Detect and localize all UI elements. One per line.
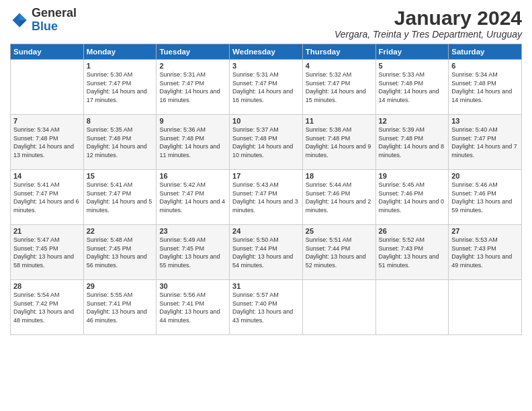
day-info: Sunrise: 5:47 AM Sunset: 7:45 PM Dayligh…	[13, 236, 81, 269]
day-cell: 7Sunrise: 5:34 AM Sunset: 7:48 PM Daylig…	[11, 115, 84, 170]
day-info: Sunrise: 5:30 AM Sunset: 7:47 PM Dayligh…	[87, 71, 154, 104]
day-cell: 20Sunrise: 5:46 AM Sunset: 7:46 PM Dayli…	[449, 170, 522, 225]
day-number: 2	[159, 62, 226, 70]
day-cell	[375, 280, 449, 335]
day-number: 22	[87, 227, 154, 235]
col-monday: Monday	[83, 44, 157, 60]
logo-general: General	[32, 6, 77, 19]
day-info: Sunrise: 5:34 AM Sunset: 7:48 PM Dayligh…	[451, 71, 519, 104]
day-info: Sunrise: 5:38 AM Sunset: 7:48 PM Dayligh…	[306, 126, 373, 159]
page-header: General Blue January 2024 Vergara, Trein…	[10, 7, 522, 40]
col-thursday: Thursday	[302, 44, 375, 60]
week-row-2: 7Sunrise: 5:34 AM Sunset: 7:48 PM Daylig…	[11, 115, 522, 170]
day-number: 23	[159, 227, 226, 235]
day-cell: 28Sunrise: 5:54 AM Sunset: 7:42 PM Dayli…	[11, 280, 84, 335]
day-cell: 25Sunrise: 5:51 AM Sunset: 7:44 PM Dayli…	[302, 225, 375, 280]
day-number: 17	[232, 172, 300, 180]
day-info: Sunrise: 5:53 AM Sunset: 7:43 PM Dayligh…	[451, 236, 519, 269]
day-number: 16	[159, 172, 226, 180]
day-info: Sunrise: 5:31 AM Sunset: 7:47 PM Dayligh…	[232, 71, 300, 104]
day-number: 31	[232, 282, 300, 290]
day-number: 29	[87, 282, 154, 290]
week-row-4: 21Sunrise: 5:47 AM Sunset: 7:45 PM Dayli…	[11, 225, 522, 280]
day-number: 8	[87, 117, 154, 125]
day-number: 30	[159, 282, 226, 290]
day-info: Sunrise: 5:52 AM Sunset: 7:43 PM Dayligh…	[379, 236, 446, 269]
day-cell: 4Sunrise: 5:32 AM Sunset: 7:47 PM Daylig…	[302, 60, 375, 115]
day-cell	[302, 280, 375, 335]
logo-text: General Blue	[32, 7, 77, 34]
day-info: Sunrise: 5:41 AM Sunset: 7:47 PM Dayligh…	[13, 181, 81, 214]
day-cell: 2Sunrise: 5:31 AM Sunset: 7:47 PM Daylig…	[157, 60, 230, 115]
day-cell	[11, 60, 84, 115]
day-info: Sunrise: 5:33 AM Sunset: 7:48 PM Dayligh…	[379, 71, 446, 104]
day-info: Sunrise: 5:37 AM Sunset: 7:48 PM Dayligh…	[232, 126, 300, 159]
day-cell: 8Sunrise: 5:35 AM Sunset: 7:48 PM Daylig…	[83, 115, 157, 170]
day-number: 12	[379, 117, 446, 125]
day-number: 15	[87, 172, 154, 180]
day-cell: 12Sunrise: 5:39 AM Sunset: 7:48 PM Dayli…	[375, 115, 449, 170]
day-number: 24	[232, 227, 300, 235]
week-row-5: 28Sunrise: 5:54 AM Sunset: 7:42 PM Dayli…	[11, 280, 522, 335]
day-cell: 22Sunrise: 5:48 AM Sunset: 7:45 PM Dayli…	[83, 225, 157, 280]
day-cell: 16Sunrise: 5:42 AM Sunset: 7:47 PM Dayli…	[157, 170, 230, 225]
day-cell: 5Sunrise: 5:33 AM Sunset: 7:48 PM Daylig…	[375, 60, 449, 115]
day-info: Sunrise: 5:35 AM Sunset: 7:48 PM Dayligh…	[87, 126, 154, 159]
day-cell: 31Sunrise: 5:57 AM Sunset: 7:40 PM Dayli…	[230, 280, 303, 335]
day-info: Sunrise: 5:55 AM Sunset: 7:41 PM Dayligh…	[87, 291, 154, 324]
title-block: January 2024 Vergara, Treinta y Tres Dep…	[335, 7, 522, 40]
day-cell: 19Sunrise: 5:45 AM Sunset: 7:46 PM Dayli…	[375, 170, 449, 225]
col-friday: Friday	[375, 44, 449, 60]
col-sunday: Sunday	[11, 44, 84, 60]
logo: General Blue	[10, 7, 77, 34]
col-saturday: Saturday	[449, 44, 522, 60]
day-info: Sunrise: 5:54 AM Sunset: 7:42 PM Dayligh…	[13, 291, 81, 324]
day-number: 19	[379, 172, 446, 180]
day-number: 28	[13, 282, 81, 290]
day-info: Sunrise: 5:48 AM Sunset: 7:45 PM Dayligh…	[87, 236, 154, 269]
col-wednesday: Wednesday	[230, 44, 303, 60]
day-number: 18	[306, 172, 373, 180]
col-tuesday: Tuesday	[157, 44, 230, 60]
day-info: Sunrise: 5:44 AM Sunset: 7:46 PM Dayligh…	[306, 181, 373, 214]
logo-icon	[10, 11, 29, 30]
day-cell: 13Sunrise: 5:40 AM Sunset: 7:47 PM Dayli…	[449, 115, 522, 170]
day-info: Sunrise: 5:43 AM Sunset: 7:47 PM Dayligh…	[232, 181, 300, 214]
day-cell: 18Sunrise: 5:44 AM Sunset: 7:46 PM Dayli…	[302, 170, 375, 225]
day-cell: 11Sunrise: 5:38 AM Sunset: 7:48 PM Dayli…	[302, 115, 375, 170]
day-info: Sunrise: 5:40 AM Sunset: 7:47 PM Dayligh…	[451, 126, 519, 159]
day-cell: 15Sunrise: 5:41 AM Sunset: 7:47 PM Dayli…	[83, 170, 157, 225]
day-cell: 3Sunrise: 5:31 AM Sunset: 7:47 PM Daylig…	[230, 60, 303, 115]
day-cell: 30Sunrise: 5:56 AM Sunset: 7:41 PM Dayli…	[157, 280, 230, 335]
day-cell: 14Sunrise: 5:41 AM Sunset: 7:47 PM Dayli…	[11, 170, 84, 225]
day-cell: 27Sunrise: 5:53 AM Sunset: 7:43 PM Dayli…	[449, 225, 522, 280]
month-title: January 2024	[335, 7, 522, 29]
day-number: 6	[451, 62, 519, 70]
location-subtitle: Vergara, Treinta y Tres Department, Urug…	[335, 29, 522, 40]
svg-marker-2	[19, 20, 27, 28]
day-number: 1	[87, 62, 154, 70]
day-info: Sunrise: 5:34 AM Sunset: 7:48 PM Dayligh…	[13, 126, 81, 159]
day-info: Sunrise: 5:45 AM Sunset: 7:46 PM Dayligh…	[379, 181, 446, 214]
day-cell: 29Sunrise: 5:55 AM Sunset: 7:41 PM Dayli…	[83, 280, 157, 335]
day-info: Sunrise: 5:31 AM Sunset: 7:47 PM Dayligh…	[159, 71, 226, 104]
week-row-1: 1Sunrise: 5:30 AM Sunset: 7:47 PM Daylig…	[11, 60, 522, 115]
day-number: 10	[232, 117, 300, 125]
day-cell: 6Sunrise: 5:34 AM Sunset: 7:48 PM Daylig…	[449, 60, 522, 115]
day-number: 9	[159, 117, 226, 125]
day-number: 4	[306, 62, 373, 70]
day-number: 20	[451, 172, 519, 180]
calendar-page: General Blue January 2024 Vergara, Trein…	[0, 0, 532, 411]
day-number: 26	[379, 227, 446, 235]
day-number: 5	[379, 62, 446, 70]
day-info: Sunrise: 5:39 AM Sunset: 7:48 PM Dayligh…	[379, 126, 446, 159]
day-cell: 17Sunrise: 5:43 AM Sunset: 7:47 PM Dayli…	[230, 170, 303, 225]
header-row: Sunday Monday Tuesday Wednesday Thursday…	[11, 44, 522, 60]
svg-marker-1	[19, 13, 27, 20]
day-info: Sunrise: 5:42 AM Sunset: 7:47 PM Dayligh…	[159, 181, 226, 214]
day-info: Sunrise: 5:46 AM Sunset: 7:46 PM Dayligh…	[451, 181, 519, 214]
calendar-table: Sunday Monday Tuesday Wednesday Thursday…	[10, 44, 522, 335]
week-row-3: 14Sunrise: 5:41 AM Sunset: 7:47 PM Dayli…	[11, 170, 522, 225]
day-info: Sunrise: 5:36 AM Sunset: 7:48 PM Dayligh…	[159, 126, 226, 159]
day-info: Sunrise: 5:50 AM Sunset: 7:44 PM Dayligh…	[232, 236, 300, 269]
